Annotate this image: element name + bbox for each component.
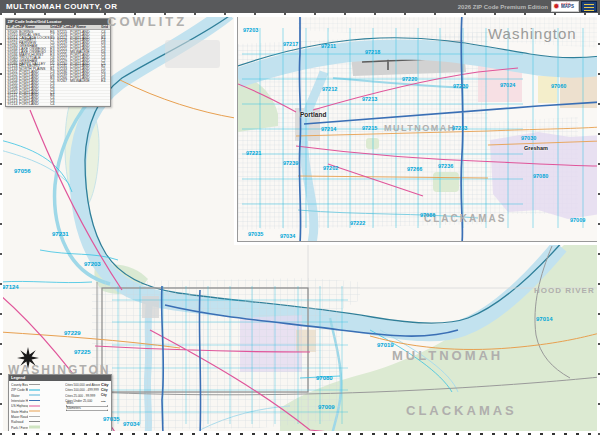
legend-swatch: [29, 416, 40, 417]
legend-swatch: [29, 405, 40, 406]
legend-swatch: [29, 394, 40, 396]
inset-map: [237, 13, 600, 242]
zip-index-rows: 97009BORINGE697215PORTLANDC497010BRIDAL …: [6, 30, 110, 106]
map-title: MULTNOMAH COUNTY, OR: [6, 2, 117, 11]
legend-symbols: County BoundaryZIP Code BoundaryWaterInt…: [11, 382, 40, 432]
legend-item: Park / Forest: [11, 424, 40, 429]
inset-map-frame: [234, 13, 600, 245]
column-header: ZIP Code: [6, 25, 19, 29]
table-row: 97214PORTLANDC4: [6, 102, 110, 105]
scale-bar: Kilometers: [66, 410, 108, 412]
title-banner: MULTNOMAH COUNTY, OR 2026 ZIP Code Premi…: [0, 0, 600, 13]
column-header: ZIP Name: [19, 25, 50, 29]
city-sample: City: [101, 382, 109, 387]
logo-star-icon: ✹: [553, 3, 560, 11]
legend-swatch: [29, 389, 40, 390]
column-header: Grid: [101, 25, 108, 29]
urban-vancouver: [165, 40, 220, 68]
legend-cities: Cities 500,000 and AboveCityCities 100,0…: [65, 382, 112, 432]
column-header: ZIP Code: [57, 25, 70, 29]
city-sample: City: [101, 399, 106, 402]
legend-swatch: [29, 411, 40, 412]
zip-code-wall-map: COWLITZWASHINGTONMULTNOMAHCLACKAMASHOOD …: [0, 0, 600, 435]
publisher-logo: ✹ market MAPS: [551, 1, 579, 12]
edition-badge: [581, 1, 597, 12]
frame-bottom: [0, 431, 600, 435]
frame-left: [0, 13, 3, 435]
legend-swatch: [29, 421, 40, 422]
compass-rose: [17, 347, 39, 369]
column-header: Grid: [50, 25, 57, 29]
edition-label: 2026 ZIP Code Premium Edition: [458, 4, 548, 10]
city-sample: City: [101, 394, 107, 397]
legend-swatch: [29, 426, 40, 429]
legend-swatch: [29, 384, 40, 385]
zip-index-table: ZIP Code Index/Grid Locator ZIP CodeZIP …: [5, 18, 111, 107]
city-sample: City: [101, 388, 108, 392]
map-legend: Legend County BoundaryZIP Code BoundaryW…: [8, 374, 112, 432]
frame-top: [0, 13, 600, 17]
legend-swatch: [29, 400, 40, 401]
logo-maps-text: MAPS: [561, 5, 579, 10]
column-header: ZIP Name: [70, 25, 101, 29]
